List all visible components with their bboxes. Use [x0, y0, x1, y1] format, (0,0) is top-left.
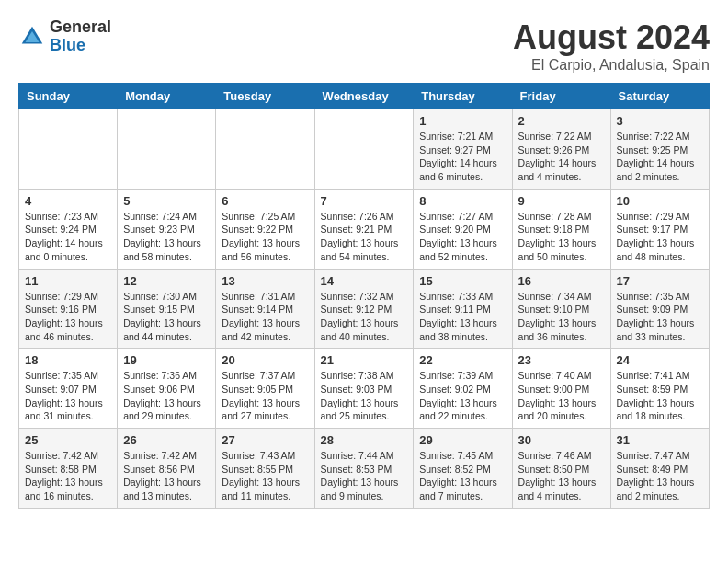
day-info: Sunrise: 7:42 AM Sunset: 8:58 PM Dayligh… — [25, 449, 111, 503]
day-info: Sunrise: 7:31 AM Sunset: 9:14 PM Dayligh… — [222, 290, 308, 344]
day-info: Sunrise: 7:44 AM Sunset: 8:53 PM Dayligh… — [321, 449, 408, 503]
logo-text: General Blue — [50, 18, 111, 55]
weekday-header-wednesday: Wednesday — [314, 84, 414, 109]
day-cell: 12Sunrise: 7:30 AM Sunset: 9:15 PM Dayli… — [118, 269, 216, 349]
logo-general: General — [50, 17, 111, 36]
day-number: 13 — [222, 274, 308, 288]
day-number: 14 — [321, 274, 408, 288]
day-number: 3 — [617, 114, 703, 128]
day-cell: 28Sunrise: 7:44 AM Sunset: 8:53 PM Dayli… — [314, 429, 414, 509]
day-number: 11 — [25, 274, 111, 288]
day-info: Sunrise: 7:46 AM Sunset: 8:50 PM Dayligh… — [518, 449, 605, 503]
day-number: 30 — [518, 433, 605, 447]
day-info: Sunrise: 7:22 AM Sunset: 9:25 PM Dayligh… — [617, 130, 703, 184]
day-cell — [314, 109, 414, 190]
day-number: 25 — [25, 433, 111, 447]
day-info: Sunrise: 7:29 AM Sunset: 9:16 PM Dayligh… — [25, 290, 111, 344]
day-cell: 21Sunrise: 7:38 AM Sunset: 9:03 PM Dayli… — [314, 349, 414, 429]
day-info: Sunrise: 7:39 AM Sunset: 9:02 PM Dayligh… — [419, 369, 506, 423]
day-info: Sunrise: 7:21 AM Sunset: 9:27 PM Dayligh… — [419, 130, 506, 184]
day-number: 1 — [419, 114, 506, 128]
day-cell: 25Sunrise: 7:42 AM Sunset: 8:58 PM Dayli… — [19, 429, 118, 509]
location: El Carpio, Andalusia, Spain — [513, 57, 710, 74]
day-number: 18 — [25, 353, 111, 367]
day-number: 29 — [419, 433, 506, 447]
day-cell: 16Sunrise: 7:34 AM Sunset: 9:10 PM Dayli… — [512, 269, 610, 349]
day-cell: 8Sunrise: 7:27 AM Sunset: 9:20 PM Daylig… — [414, 189, 512, 269]
day-cell — [118, 109, 216, 190]
day-number: 31 — [617, 433, 703, 447]
month-title: August 2024 — [513, 18, 710, 57]
day-number: 23 — [518, 353, 605, 367]
header: General Blue August 2024 El Carpio, Anda… — [18, 18, 710, 74]
day-info: Sunrise: 7:47 AM Sunset: 8:49 PM Dayligh… — [617, 449, 703, 503]
day-cell: 30Sunrise: 7:46 AM Sunset: 8:50 PM Dayli… — [512, 429, 610, 509]
day-cell — [19, 109, 118, 190]
day-cell: 13Sunrise: 7:31 AM Sunset: 9:14 PM Dayli… — [216, 269, 314, 349]
day-info: Sunrise: 7:25 AM Sunset: 9:22 PM Dayligh… — [222, 210, 308, 264]
day-info: Sunrise: 7:37 AM Sunset: 9:05 PM Dayligh… — [222, 369, 308, 423]
day-info: Sunrise: 7:45 AM Sunset: 8:52 PM Dayligh… — [419, 449, 506, 503]
day-cell: 31Sunrise: 7:47 AM Sunset: 8:49 PM Dayli… — [610, 429, 709, 509]
day-cell: 9Sunrise: 7:28 AM Sunset: 9:18 PM Daylig… — [512, 189, 610, 269]
day-info: Sunrise: 7:28 AM Sunset: 9:18 PM Dayligh… — [518, 210, 605, 264]
weekday-header-tuesday: Tuesday — [216, 84, 314, 109]
day-info: Sunrise: 7:26 AM Sunset: 9:21 PM Dayligh… — [321, 210, 408, 264]
day-cell — [216, 109, 314, 190]
weekday-header-friday: Friday — [512, 84, 610, 109]
day-cell: 2Sunrise: 7:22 AM Sunset: 9:26 PM Daylig… — [512, 109, 610, 190]
week-row-5: 25Sunrise: 7:42 AM Sunset: 8:58 PM Dayli… — [19, 429, 710, 509]
day-number: 12 — [123, 274, 210, 288]
logo: General Blue — [18, 18, 111, 55]
weekday-header-saturday: Saturday — [610, 84, 709, 109]
day-info: Sunrise: 7:42 AM Sunset: 8:56 PM Dayligh… — [123, 449, 210, 503]
day-cell: 1Sunrise: 7:21 AM Sunset: 9:27 PM Daylig… — [414, 109, 512, 190]
day-cell: 4Sunrise: 7:23 AM Sunset: 9:24 PM Daylig… — [19, 189, 118, 269]
day-info: Sunrise: 7:30 AM Sunset: 9:15 PM Dayligh… — [123, 290, 210, 344]
week-row-3: 11Sunrise: 7:29 AM Sunset: 9:16 PM Dayli… — [19, 269, 710, 349]
week-row-2: 4Sunrise: 7:23 AM Sunset: 9:24 PM Daylig… — [19, 189, 710, 269]
day-info: Sunrise: 7:35 AM Sunset: 9:09 PM Dayligh… — [617, 290, 703, 344]
day-info: Sunrise: 7:22 AM Sunset: 9:26 PM Dayligh… — [518, 130, 605, 184]
calendar-body: 1Sunrise: 7:21 AM Sunset: 9:27 PM Daylig… — [19, 109, 710, 509]
day-cell: 15Sunrise: 7:33 AM Sunset: 9:11 PM Dayli… — [414, 269, 512, 349]
day-info: Sunrise: 7:40 AM Sunset: 9:00 PM Dayligh… — [518, 369, 605, 423]
day-cell: 5Sunrise: 7:24 AM Sunset: 9:23 PM Daylig… — [118, 189, 216, 269]
day-info: Sunrise: 7:24 AM Sunset: 9:23 PM Dayligh… — [123, 210, 210, 264]
day-number: 10 — [617, 194, 703, 208]
day-number: 15 — [419, 274, 506, 288]
day-number: 20 — [222, 353, 308, 367]
day-number: 9 — [518, 194, 605, 208]
day-cell: 10Sunrise: 7:29 AM Sunset: 9:17 PM Dayli… — [610, 189, 709, 269]
day-cell: 14Sunrise: 7:32 AM Sunset: 9:12 PM Dayli… — [314, 269, 414, 349]
day-cell: 19Sunrise: 7:36 AM Sunset: 9:06 PM Dayli… — [118, 349, 216, 429]
weekday-header-thursday: Thursday — [414, 84, 512, 109]
day-info: Sunrise: 7:38 AM Sunset: 9:03 PM Dayligh… — [321, 369, 408, 423]
day-cell: 11Sunrise: 7:29 AM Sunset: 9:16 PM Dayli… — [19, 269, 118, 349]
day-cell: 29Sunrise: 7:45 AM Sunset: 8:52 PM Dayli… — [414, 429, 512, 509]
day-number: 28 — [321, 433, 408, 447]
day-number: 26 — [123, 433, 210, 447]
day-number: 24 — [617, 353, 703, 367]
day-cell: 23Sunrise: 7:40 AM Sunset: 9:00 PM Dayli… — [512, 349, 610, 429]
calendar-header: SundayMondayTuesdayWednesdayThursdayFrid… — [19, 84, 710, 109]
day-number: 5 — [123, 194, 210, 208]
weekday-row: SundayMondayTuesdayWednesdayThursdayFrid… — [19, 84, 710, 109]
day-cell: 22Sunrise: 7:39 AM Sunset: 9:02 PM Dayli… — [414, 349, 512, 429]
week-row-1: 1Sunrise: 7:21 AM Sunset: 9:27 PM Daylig… — [19, 109, 710, 190]
day-number: 21 — [321, 353, 408, 367]
day-number: 4 — [25, 194, 111, 208]
weekday-header-monday: Monday — [118, 84, 216, 109]
day-info: Sunrise: 7:29 AM Sunset: 9:17 PM Dayligh… — [617, 210, 703, 264]
logo-blue: Blue — [50, 36, 85, 54]
week-row-4: 18Sunrise: 7:35 AM Sunset: 9:07 PM Dayli… — [19, 349, 710, 429]
day-number: 16 — [518, 274, 605, 288]
day-number: 8 — [419, 194, 506, 208]
day-number: 27 — [222, 433, 308, 447]
day-number: 7 — [321, 194, 408, 208]
day-number: 2 — [518, 114, 605, 128]
day-cell: 18Sunrise: 7:35 AM Sunset: 9:07 PM Dayli… — [19, 349, 118, 429]
day-cell: 20Sunrise: 7:37 AM Sunset: 9:05 PM Dayli… — [216, 349, 314, 429]
day-cell: 6Sunrise: 7:25 AM Sunset: 9:22 PM Daylig… — [216, 189, 314, 269]
day-cell: 26Sunrise: 7:42 AM Sunset: 8:56 PM Dayli… — [118, 429, 216, 509]
